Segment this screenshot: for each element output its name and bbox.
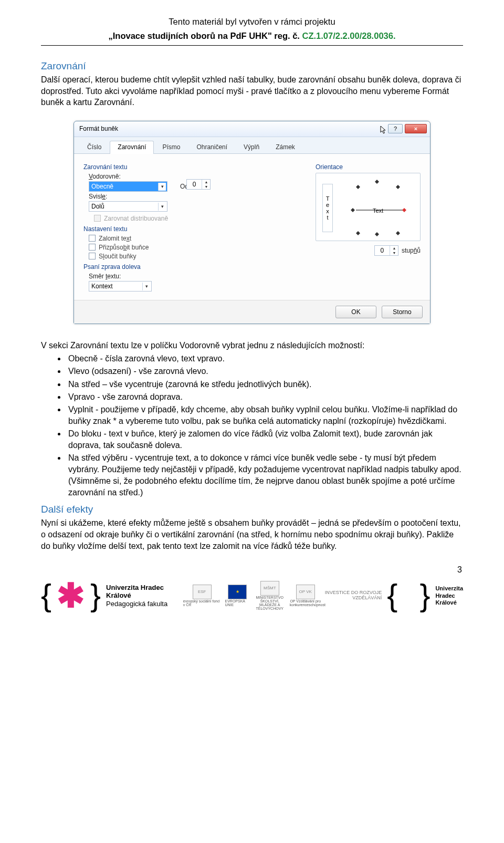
uhk-name: Univerzita Hradec Králové (106, 584, 178, 600)
group-nastaveni-textu: Nastavení textu (83, 225, 305, 233)
checkbox-icon (94, 215, 101, 222)
chevron-down-icon[interactable]: ▾ (158, 203, 166, 211)
format-bunek-dialog: Formát buněk ? × Číslo Zarovnání Písmo O… (74, 121, 430, 324)
logo-uhk-right: { } Univerzita Hradec Králové (387, 580, 463, 611)
group-psani-zprava: Psaní zprava doleva (83, 263, 305, 270)
logo-esf: ESFevropský sociální fond v ČR (183, 585, 221, 607)
bracket-left-icon: { (387, 580, 397, 611)
section-title-zarovnani: Zarovnání (41, 60, 463, 72)
checkbox-icon[interactable] (89, 253, 96, 259)
logo-eu-block: ESFevropský sociální fond v ČR ★EVROPSKÁ… (183, 581, 382, 610)
dialog-tabs: Číslo Zarovnání Písmo Ohraničení Výplň Z… (74, 137, 430, 154)
dialog-titlebar[interactable]: Formát buněk ? × (74, 121, 430, 137)
uhk-r3: Králové (435, 599, 463, 606)
help-button[interactable]: ? (388, 124, 403, 133)
page-number: 3 (41, 565, 463, 575)
storno-button[interactable]: Storno (382, 306, 423, 318)
logo-eu: ★EVROPSKÁ UNIE (225, 585, 250, 607)
group-orientace: Orientace (316, 163, 421, 171)
tab-vypln[interactable]: Výplň (236, 141, 267, 154)
checkbox-zarovnat-distrib: Zarovnat distribuovaně (94, 215, 305, 222)
spin-odsazeni-value[interactable] (187, 180, 202, 189)
orientation-text-label: Text (373, 207, 383, 214)
header-divider (41, 45, 463, 46)
uhk-faculty: Pedagogická fakulta (106, 600, 178, 608)
checkbox-icon[interactable] (89, 235, 96, 242)
cursor-icon (380, 124, 388, 133)
label-prizpusobit: Přizpůsobit buňce (99, 244, 149, 251)
combo-svisle-value: Dolů (91, 203, 104, 210)
list-item: Vyplnit - použijeme v případě, kdy chcem… (66, 404, 463, 427)
combo-smer-textu[interactable]: Kontext ▾ (89, 281, 152, 292)
spin-stupnu-value[interactable] (375, 246, 390, 255)
project-title-dot: . (393, 31, 396, 40)
label-zalomit: Zalomit text (99, 235, 131, 242)
list-item: Obecně - čísla zarovná vlevo, text vprav… (66, 353, 463, 365)
chevron-down-icon[interactable]: ▾ (158, 183, 166, 191)
group-zarovnani-textu: Zarovnání textu (83, 163, 305, 171)
project-regnum: CZ.1.07/2.2.00/28.0036 (302, 31, 393, 40)
asterisk-icon: ✱ (57, 579, 85, 612)
combo-vodorovne[interactable]: Obecně ▾ (89, 181, 167, 192)
checkbox-sloucit[interactable]: Sloučit buňky (89, 253, 305, 260)
spin-odsazeni[interactable]: ▲▼ (186, 179, 211, 190)
dialog-title: Formát buněk (79, 125, 380, 132)
invest-text: INVESTICE DO ROZVOJE VZDĚLÁVÁNÍ (324, 590, 382, 601)
combo-smer-value: Kontext (91, 283, 113, 290)
section2-paragraph: Nyní si ukážeme, které efekty můžeme ješ… (41, 517, 463, 551)
label-stupnu: stupňů (402, 247, 421, 254)
footer-logos: { ✱ } Univerzita Hradec Králové Pedagogi… (41, 577, 463, 623)
orientation-box[interactable]: Text (316, 173, 421, 241)
document-header: Tento materiál byl vytvořen v rámci proj… (41, 17, 463, 41)
chevron-down-icon[interactable]: ▾ (142, 283, 150, 290)
list-item: Vlevo (odsazení) - vše zarovná vlevo. (66, 366, 463, 377)
options-list: Obecně - čísla zarovná vlevo, text vprav… (66, 353, 463, 498)
checkbox-zalomit-text[interactable]: Zalomit text (89, 235, 305, 242)
list-item: Vpravo - vše zarovná doprava. (66, 391, 463, 403)
project-context-line: Tento materiál byl vytvořen v rámci proj… (41, 17, 463, 27)
spin-up-icon[interactable]: ▲ (390, 246, 398, 251)
dialog-footer: OK Storno (74, 300, 430, 324)
label-smer-textu: Směr textu: (89, 273, 305, 280)
combo-vodorovne-value: Obecně (91, 183, 113, 190)
bracket-right-icon: } (419, 580, 430, 611)
bracket-left-icon: { (41, 580, 51, 611)
logo-uhk-pedf: { ✱ } Univerzita Hradec Králové Pedagogi… (41, 579, 178, 612)
spin-down-icon[interactable]: ▼ (390, 251, 398, 255)
list-item: Na střed výběru - vycentruje text, a to … (66, 452, 463, 498)
combo-svisle[interactable]: Dolů ▾ (89, 201, 167, 212)
section1-paragraph: Další operací, kterou budeme chtít vylep… (41, 74, 463, 108)
project-title: „Inovace studijních oborů na PdF UHK" re… (41, 31, 463, 41)
label-zarovnat-distrib: Zarovnat distribuovaně (104, 215, 168, 222)
spin-stupnu[interactable]: ▲▼ (374, 245, 398, 256)
list-intro: V sekci Zarovnání textu lze v políčku Vo… (41, 340, 463, 351)
orientation-arc[interactable]: Text (348, 179, 415, 237)
label-svisle: Svisle: (89, 193, 305, 200)
list-item: Na střed – vše vycentruje (zarovná ke st… (66, 379, 463, 390)
list-item: Do bloku - text v buňce, který je zalome… (66, 428, 463, 451)
section-title-dalsi-efekty: Další efekty (41, 504, 463, 515)
tab-pismo[interactable]: Písmo (154, 141, 188, 154)
uhk-r2: Hradec (435, 592, 463, 599)
spin-down-icon[interactable]: ▼ (202, 184, 211, 189)
checkbox-prizpusobit[interactable]: Přizpůsobit buňce (89, 244, 305, 251)
ok-button[interactable]: OK (335, 306, 376, 318)
dialog-screenshot: Formát buněk ? × Číslo Zarovnání Písmo O… (74, 121, 430, 324)
logo-opvk: OP VKOP Vzdělávání pro konkurenceschopno… (290, 585, 321, 607)
close-button[interactable]: × (405, 124, 427, 133)
tab-ohraniceni[interactable]: Ohraničení (188, 141, 235, 154)
uhk-r1: Univerzita (435, 585, 463, 592)
bracket-right-icon: } (90, 580, 101, 611)
orientation-vertical-text[interactable]: Text (322, 184, 333, 232)
spin-up-icon[interactable]: ▲ (202, 180, 211, 184)
label-sloucit: Sloučit buňky (99, 253, 136, 260)
checkbox-icon[interactable] (89, 244, 96, 251)
tab-zamek[interactable]: Zámek (268, 141, 303, 154)
logo-msmt: MŠMTMINISTERSTVO ŠKOLSTVÍ, MLÁDEŽE A TĚL… (254, 581, 286, 610)
tab-cislo[interactable]: Číslo (79, 141, 109, 154)
project-title-prefix: „Inovace studijních oborů na PdF UHK" re… (108, 31, 302, 40)
tab-zarovnani[interactable]: Zarovnání (110, 141, 154, 154)
